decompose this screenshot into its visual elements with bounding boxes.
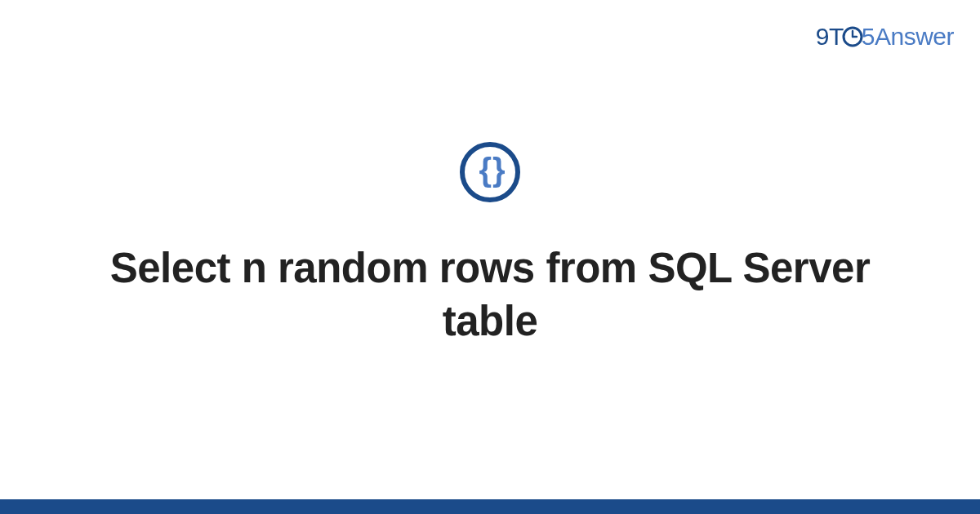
code-braces-icon: { } xyxy=(460,142,520,202)
topic-icon-wrapper: { } xyxy=(460,142,520,202)
brace-symbol: { } xyxy=(479,153,501,186)
main-content: { } Select n random rows from SQL Server… xyxy=(0,0,980,514)
footer-accent-bar xyxy=(0,499,980,514)
question-title: Select n random rows from SQL Server tab… xyxy=(90,241,890,348)
